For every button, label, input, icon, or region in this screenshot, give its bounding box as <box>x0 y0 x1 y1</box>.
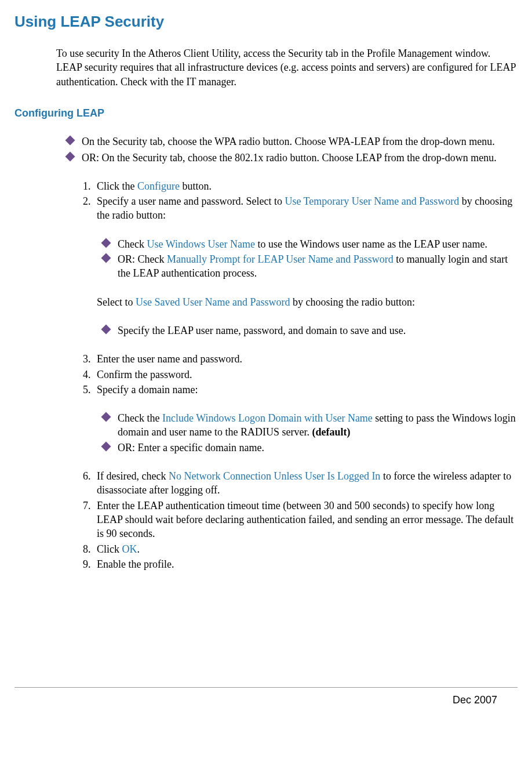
bullet-item: OR: Check Manually Prompt for LEAP User … <box>103 252 518 281</box>
step-item: If desired, check No Network Connection … <box>93 469 518 498</box>
nested-bullets: Check the Include Windows Logon Domain w… <box>103 411 518 455</box>
step-text: Check the <box>118 412 162 424</box>
step-text: to use the Windows user name as the LEAP… <box>255 238 487 250</box>
bullet-item: OR: On the Security tab, choose the 802.… <box>67 151 518 165</box>
section-heading: Configuring LEAP <box>14 106 518 120</box>
ok-link[interactable]: OK <box>122 543 137 555</box>
default-label: (default) <box>312 426 350 438</box>
step-item: Enable the profile. <box>93 557 518 571</box>
step-item: Click OK. <box>93 542 518 556</box>
configure-link[interactable]: Configure <box>137 180 180 192</box>
intro-paragraph: To use security In the Atheros Client Ut… <box>56 46 518 89</box>
bullet-item: Check Use Windows User Name to use the W… <box>103 237 518 251</box>
manually-prompt-link[interactable]: Manually Prompt for LEAP User Name and P… <box>167 253 393 265</box>
step-item: Specify a domain name: Check the Include… <box>93 383 518 455</box>
step-text: If desired, check <box>97 470 169 482</box>
step-text: . <box>137 543 140 555</box>
step-item: Confirm the password. <box>93 368 518 382</box>
bullet-item: OR: Enter a specific domain name. <box>103 441 518 455</box>
step-text: by choosing the radio button: <box>290 296 414 308</box>
use-windows-username-link[interactable]: Use Windows User Name <box>147 238 254 250</box>
step-text: Check <box>118 238 147 250</box>
footer-divider <box>14 687 518 688</box>
step-text: OR: Check <box>118 253 167 265</box>
bullet-item: Specify the LEAP user name, password, an… <box>103 324 518 337</box>
step-item: Enter the user name and password. <box>93 352 518 366</box>
step-text: button. <box>180 180 212 192</box>
page-title: Using LEAP Security <box>14 12 518 32</box>
bullet-item: On the Security tab, choose the WPA radi… <box>67 135 518 148</box>
use-saved-link[interactable]: Use Saved User Name and Password <box>136 296 290 308</box>
step-text: Specify a user name and password. Select… <box>97 195 285 207</box>
step-text: Select to <box>97 296 136 308</box>
intro-bullets: On the Security tab, choose the WPA radi… <box>67 135 518 165</box>
use-temporary-link[interactable]: Use Temporary User Name and Password <box>285 195 459 207</box>
nested-bullets: Specify the LEAP user name, password, an… <box>103 324 518 337</box>
footer-date: Dec 2007 <box>14 693 518 707</box>
step-item: Enter the LEAP authentication timeout ti… <box>93 499 518 541</box>
step-item: Click the Configure button. <box>93 179 518 193</box>
nested-bullets: Check Use Windows User Name to use the W… <box>103 237 518 281</box>
include-domain-link[interactable]: Include Windows Logon Domain with User N… <box>162 412 373 424</box>
step-item: Specify a user name and password. Select… <box>93 194 518 337</box>
steps-list: Click the Configure button. Specify a us… <box>79 179 518 571</box>
sub-paragraph: Select to Use Saved User Name and Passwo… <box>97 295 518 309</box>
step-text: Click the <box>97 180 137 192</box>
bullet-item: Check the Include Windows Logon Domain w… <box>103 411 518 440</box>
step-text: Specify a domain name: <box>97 384 198 395</box>
no-network-link[interactable]: No Network Connection Unless User Is Log… <box>169 470 380 482</box>
step-text: Click <box>97 543 122 555</box>
